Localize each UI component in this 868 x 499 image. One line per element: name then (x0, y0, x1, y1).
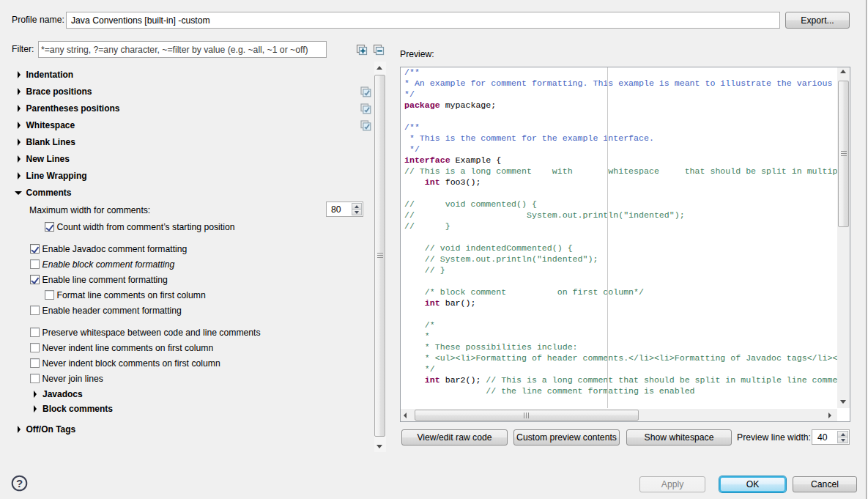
svg-text:?: ? (16, 477, 23, 489)
